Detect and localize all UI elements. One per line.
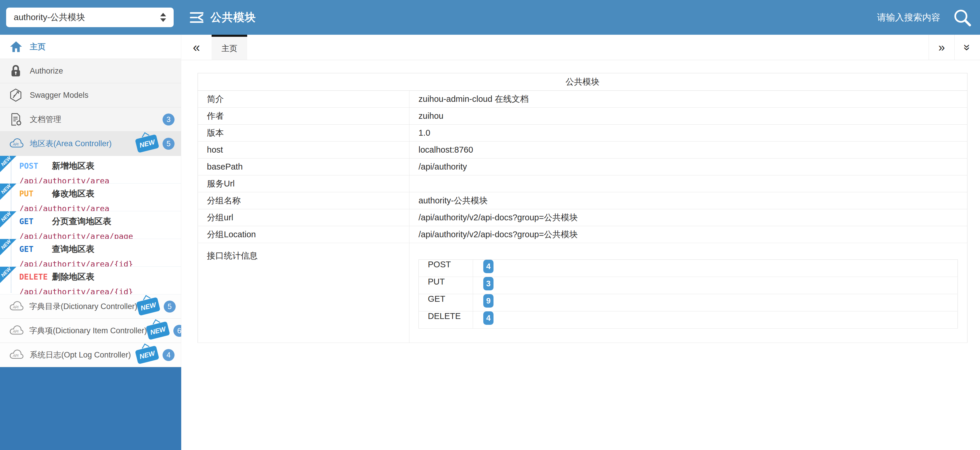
method-count-badge: 9 bbox=[483, 294, 493, 308]
menu-toggle-icon[interactable] bbox=[189, 10, 205, 25]
table-row: 版本 1.0 bbox=[198, 125, 967, 142]
sidebar-item-area-controller[interactable]: API 地区表(Area Controller) NEW 5 bbox=[0, 132, 181, 156]
module-title: 公共模块 bbox=[198, 73, 967, 91]
search-icon[interactable] bbox=[940, 8, 980, 27]
table-row: 简介 zuihou-admin-cloud 在线文档 bbox=[198, 91, 967, 108]
new-badge: NEW bbox=[136, 297, 160, 316]
sidebar-item-doc-manage[interactable]: 文档管理 3 bbox=[0, 107, 181, 132]
count-badge: 4 bbox=[162, 349, 175, 361]
table-row: 分组url /api/authority/v2/api-docs?group=公… bbox=[198, 209, 967, 226]
endpoint-delete-area[interactable]: NEW DELETE 删除地区表 /api/authority/area/{id… bbox=[0, 267, 181, 294]
count-badge: 5 bbox=[162, 138, 175, 150]
module-info-table: 公共模块 简介 zuihou-admin-cloud 在线文档 作者 zuiho… bbox=[197, 73, 967, 343]
tab-scroll-left-icon[interactable]: « bbox=[181, 35, 212, 60]
endpoint-method: PUT bbox=[19, 189, 52, 198]
sidebar-item-label: 文档管理 bbox=[30, 114, 61, 125]
sidebar-item-label: 字典目录(Dictionary Controller) bbox=[29, 301, 137, 312]
svg-text:API: API bbox=[13, 329, 19, 334]
brand: 公共模块 bbox=[189, 10, 256, 25]
endpoint-method: GET bbox=[19, 245, 52, 254]
sidebar-menu: 主页 Authorize Swagger Models bbox=[0, 35, 181, 367]
endpoint-path: /api/authority/area/{id} bbox=[19, 259, 178, 267]
cloud-api-icon: API bbox=[9, 324, 24, 337]
table-header-row: 公共模块 bbox=[198, 73, 967, 91]
main-panel: « 主页 » » 公共模块 简介 zuihou-admin-cloud 在线文档… bbox=[181, 35, 980, 450]
sidebar-item-label: Swagger Models bbox=[30, 91, 88, 100]
app-title: 公共模块 bbox=[210, 10, 256, 25]
search-input[interactable]: 请输入搜索内容 bbox=[877, 8, 980, 27]
sidebar-item-dictionary-controller[interactable]: API 字典目录(Dictionary Controller) NEW 5 bbox=[0, 294, 181, 319]
endpoint-get-area-id[interactable]: NEW GET 查询地区表 /api/authority/area/{id} bbox=[0, 239, 181, 267]
count-badge: 5 bbox=[164, 301, 176, 313]
cloud-api-icon: API bbox=[9, 137, 25, 150]
tab-home[interactable]: 主页 bbox=[212, 35, 247, 60]
endpoint-path: /api/authority/area bbox=[19, 204, 178, 211]
sidebar-item-dictionary-item-controller[interactable]: API 字典项(Dictionary Item Controller) NEW … bbox=[0, 319, 181, 343]
home-icon bbox=[9, 40, 25, 54]
stats-row: DELETE 4 bbox=[419, 312, 958, 329]
stats-label: 接口统计信息 bbox=[198, 243, 409, 343]
endpoint-list: NEW POST 新增地区表 /api/authority/area NEW P… bbox=[0, 156, 181, 294]
cloud-api-icon: API bbox=[9, 300, 24, 313]
hexagon-model-icon bbox=[9, 88, 25, 102]
table-row: 作者 zuihou bbox=[198, 108, 967, 125]
endpoint-post-area[interactable]: NEW POST 新增地区表 /api/authority/area bbox=[0, 156, 181, 184]
sidebar-item-opt-log-controller[interactable]: API 系统日志(Opt Log Controller) NEW 4 bbox=[0, 343, 181, 367]
endpoint-name: 修改地区表 bbox=[52, 188, 94, 200]
table-row: 服务Url bbox=[198, 175, 967, 192]
stats-row: GET 9 bbox=[419, 294, 958, 312]
endpoint-method: DELETE bbox=[19, 272, 52, 281]
endpoint-name: 删除地区表 bbox=[52, 271, 94, 283]
group-select[interactable]: authority-公共模块 bbox=[6, 8, 173, 27]
top-header: authority-公共模块 公共模块 请输入搜索内容 bbox=[0, 0, 980, 35]
tab-expand-down-icon[interactable]: » bbox=[954, 35, 980, 60]
sidebar-item-home[interactable]: 主页 bbox=[0, 35, 181, 59]
method-count-badge: 4 bbox=[483, 260, 493, 273]
sidebar-item-label: 系统日志(Opt Log Controller) bbox=[30, 350, 131, 360]
sidebar-item-authorize[interactable]: Authorize bbox=[0, 59, 181, 83]
table-row-stats: 接口统计信息 POST 4 PUT 3 GET 9 bbox=[198, 243, 967, 343]
sidebar: 主页 Authorize Swagger Models bbox=[0, 35, 181, 450]
document-gear-icon bbox=[9, 112, 25, 126]
table-row: host localhost:8760 bbox=[198, 142, 967, 159]
sidebar-item-swagger-models[interactable]: Swagger Models bbox=[0, 83, 181, 107]
select-arrows-icon bbox=[160, 13, 166, 22]
stats-row: PUT 3 bbox=[419, 277, 958, 294]
table-row: 分组Location /api/authority/v2/api-docs?gr… bbox=[198, 226, 967, 243]
new-badge: NEW bbox=[146, 321, 170, 340]
endpoint-method: POST bbox=[19, 161, 52, 170]
table-row: 分组名称 authority-公共模块 bbox=[198, 192, 967, 209]
count-badge: 3 bbox=[162, 113, 175, 126]
endpoint-name: 查询地区表 bbox=[52, 243, 94, 255]
tab-label: 主页 bbox=[221, 43, 237, 54]
group-select-value: authority-公共模块 bbox=[14, 11, 85, 23]
sidebar-item-label: Authorize bbox=[30, 67, 63, 76]
search-placeholder: 请输入搜索内容 bbox=[877, 11, 940, 24]
tab-scroll-right-icon[interactable]: » bbox=[929, 35, 954, 60]
endpoint-put-area[interactable]: NEW PUT 修改地区表 /api/authority/area bbox=[0, 184, 181, 211]
endpoint-name: 分页查询地区表 bbox=[52, 216, 111, 227]
table-row: basePath /api/authority bbox=[198, 159, 967, 175]
endpoint-get-area-page[interactable]: NEW GET 分页查询地区表 /api/authority/area/page bbox=[0, 211, 181, 239]
cloud-api-icon: API bbox=[9, 349, 25, 361]
endpoint-name: 新增地区表 bbox=[52, 160, 94, 172]
stats-row: POST 4 bbox=[419, 260, 958, 277]
method-stats-table: POST 4 PUT 3 GET 9 DELETE 4 bbox=[418, 259, 958, 329]
endpoint-method: GET bbox=[19, 217, 52, 226]
endpoint-path: /api/authority/area/page bbox=[19, 232, 178, 239]
svg-text:API: API bbox=[13, 354, 19, 358]
sidebar-item-label: 主页 bbox=[30, 41, 46, 52]
sidebar-item-label: 地区表(Area Controller) bbox=[30, 138, 112, 149]
method-count-badge: 4 bbox=[483, 312, 493, 325]
new-badge: NEW bbox=[135, 345, 159, 364]
svg-text:API: API bbox=[13, 142, 19, 146]
endpoint-path: /api/authority/area bbox=[19, 176, 178, 184]
lock-icon bbox=[9, 64, 25, 78]
svg-text:API: API bbox=[13, 305, 19, 309]
new-badge: NEW bbox=[135, 134, 159, 153]
method-count-badge: 3 bbox=[483, 277, 493, 290]
tab-bar: « 主页 » » bbox=[181, 35, 980, 60]
endpoint-path: /api/authority/area/{id} bbox=[19, 287, 178, 294]
sidebar-item-label: 字典项(Dictionary Item Controller) bbox=[29, 325, 147, 336]
